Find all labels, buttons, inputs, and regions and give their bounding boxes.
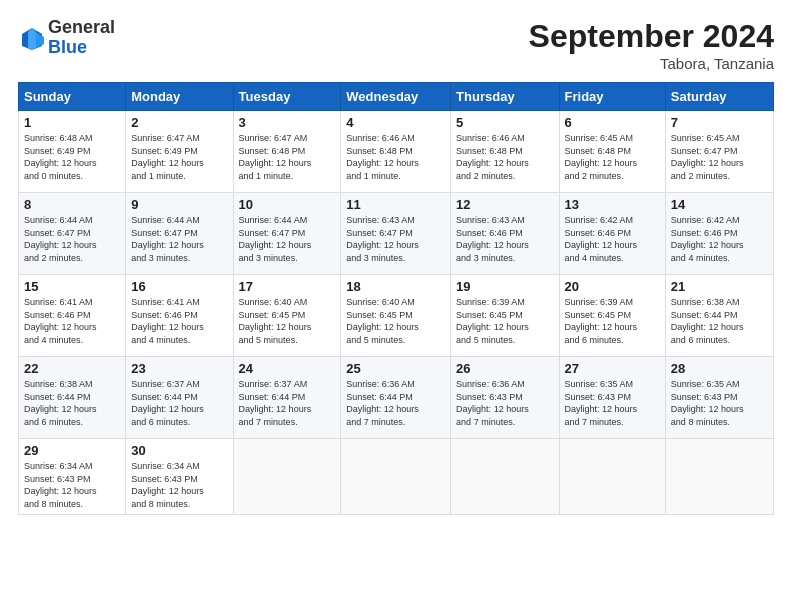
- calendar-week-2: 8Sunrise: 6:44 AMSunset: 6:47 PMDaylight…: [19, 193, 774, 275]
- day-content: Sunrise: 6:34 AMSunset: 6:43 PMDaylight:…: [131, 460, 227, 510]
- day-content: Sunrise: 6:41 AMSunset: 6:46 PMDaylight:…: [24, 296, 120, 346]
- calendar-cell: 10Sunrise: 6:44 AMSunset: 6:47 PMDayligh…: [233, 193, 341, 275]
- calendar-header-saturday: Saturday: [665, 83, 773, 111]
- day-number: 23: [131, 361, 227, 376]
- calendar-header-tuesday: Tuesday: [233, 83, 341, 111]
- calendar-cell: 4Sunrise: 6:46 AMSunset: 6:48 PMDaylight…: [341, 111, 451, 193]
- day-content: Sunrise: 6:45 AMSunset: 6:47 PMDaylight:…: [671, 132, 768, 182]
- day-content: Sunrise: 6:37 AMSunset: 6:44 PMDaylight:…: [239, 378, 336, 428]
- calendar-cell: 19Sunrise: 6:39 AMSunset: 6:45 PMDayligh…: [451, 275, 559, 357]
- calendar-cell: [233, 439, 341, 515]
- day-content: Sunrise: 6:47 AMSunset: 6:48 PMDaylight:…: [239, 132, 336, 182]
- day-number: 29: [24, 443, 120, 458]
- title-section: September 2024 Tabora, Tanzania: [529, 18, 774, 72]
- day-number: 13: [565, 197, 660, 212]
- day-content: Sunrise: 6:38 AMSunset: 6:44 PMDaylight:…: [24, 378, 120, 428]
- calendar-header-sunday: Sunday: [19, 83, 126, 111]
- day-number: 8: [24, 197, 120, 212]
- day-number: 21: [671, 279, 768, 294]
- calendar-cell: 24Sunrise: 6:37 AMSunset: 6:44 PMDayligh…: [233, 357, 341, 439]
- calendar-cell: 1Sunrise: 6:48 AMSunset: 6:49 PMDaylight…: [19, 111, 126, 193]
- day-content: Sunrise: 6:36 AMSunset: 6:43 PMDaylight:…: [456, 378, 553, 428]
- day-content: Sunrise: 6:35 AMSunset: 6:43 PMDaylight:…: [671, 378, 768, 428]
- day-content: Sunrise: 6:37 AMSunset: 6:44 PMDaylight:…: [131, 378, 227, 428]
- calendar-cell: 8Sunrise: 6:44 AMSunset: 6:47 PMDaylight…: [19, 193, 126, 275]
- day-number: 14: [671, 197, 768, 212]
- day-content: Sunrise: 6:45 AMSunset: 6:48 PMDaylight:…: [565, 132, 660, 182]
- day-number: 2: [131, 115, 227, 130]
- day-number: 12: [456, 197, 553, 212]
- logo-icon: [18, 24, 46, 52]
- calendar: SundayMondayTuesdayWednesdayThursdayFrid…: [18, 82, 774, 515]
- calendar-week-1: 1Sunrise: 6:48 AMSunset: 6:49 PMDaylight…: [19, 111, 774, 193]
- day-content: Sunrise: 6:43 AMSunset: 6:46 PMDaylight:…: [456, 214, 553, 264]
- calendar-cell: 7Sunrise: 6:45 AMSunset: 6:47 PMDaylight…: [665, 111, 773, 193]
- calendar-cell: 15Sunrise: 6:41 AMSunset: 6:46 PMDayligh…: [19, 275, 126, 357]
- day-number: 9: [131, 197, 227, 212]
- day-number: 26: [456, 361, 553, 376]
- calendar-cell: 5Sunrise: 6:46 AMSunset: 6:48 PMDaylight…: [451, 111, 559, 193]
- day-content: Sunrise: 6:44 AMSunset: 6:47 PMDaylight:…: [24, 214, 120, 264]
- main-title: September 2024: [529, 18, 774, 55]
- calendar-header-wednesday: Wednesday: [341, 83, 451, 111]
- calendar-cell: 28Sunrise: 6:35 AMSunset: 6:43 PMDayligh…: [665, 357, 773, 439]
- day-content: Sunrise: 6:46 AMSunset: 6:48 PMDaylight:…: [456, 132, 553, 182]
- day-number: 22: [24, 361, 120, 376]
- day-number: 11: [346, 197, 445, 212]
- calendar-cell: 22Sunrise: 6:38 AMSunset: 6:44 PMDayligh…: [19, 357, 126, 439]
- calendar-cell: 17Sunrise: 6:40 AMSunset: 6:45 PMDayligh…: [233, 275, 341, 357]
- calendar-week-5: 29Sunrise: 6:34 AMSunset: 6:43 PMDayligh…: [19, 439, 774, 515]
- day-content: Sunrise: 6:39 AMSunset: 6:45 PMDaylight:…: [565, 296, 660, 346]
- day-number: 18: [346, 279, 445, 294]
- day-number: 10: [239, 197, 336, 212]
- day-number: 1: [24, 115, 120, 130]
- logo-blue: Blue: [48, 38, 115, 58]
- calendar-cell: [559, 439, 665, 515]
- day-content: Sunrise: 6:42 AMSunset: 6:46 PMDaylight:…: [565, 214, 660, 264]
- day-content: Sunrise: 6:34 AMSunset: 6:43 PMDaylight:…: [24, 460, 120, 510]
- calendar-cell: [665, 439, 773, 515]
- day-content: Sunrise: 6:44 AMSunset: 6:47 PMDaylight:…: [131, 214, 227, 264]
- day-content: Sunrise: 6:46 AMSunset: 6:48 PMDaylight:…: [346, 132, 445, 182]
- day-number: 4: [346, 115, 445, 130]
- calendar-cell: 16Sunrise: 6:41 AMSunset: 6:46 PMDayligh…: [126, 275, 233, 357]
- subtitle: Tabora, Tanzania: [529, 55, 774, 72]
- calendar-week-4: 22Sunrise: 6:38 AMSunset: 6:44 PMDayligh…: [19, 357, 774, 439]
- day-number: 15: [24, 279, 120, 294]
- calendar-cell: 12Sunrise: 6:43 AMSunset: 6:46 PMDayligh…: [451, 193, 559, 275]
- day-content: Sunrise: 6:41 AMSunset: 6:46 PMDaylight:…: [131, 296, 227, 346]
- header: General Blue September 2024 Tabora, Tanz…: [18, 18, 774, 72]
- day-number: 25: [346, 361, 445, 376]
- calendar-cell: 20Sunrise: 6:39 AMSunset: 6:45 PMDayligh…: [559, 275, 665, 357]
- calendar-cell: 2Sunrise: 6:47 AMSunset: 6:49 PMDaylight…: [126, 111, 233, 193]
- day-content: Sunrise: 6:38 AMSunset: 6:44 PMDaylight:…: [671, 296, 768, 346]
- calendar-cell: 14Sunrise: 6:42 AMSunset: 6:46 PMDayligh…: [665, 193, 773, 275]
- day-content: Sunrise: 6:43 AMSunset: 6:47 PMDaylight:…: [346, 214, 445, 264]
- day-number: 20: [565, 279, 660, 294]
- calendar-cell: [341, 439, 451, 515]
- page: General Blue September 2024 Tabora, Tanz…: [0, 0, 792, 612]
- day-content: Sunrise: 6:42 AMSunset: 6:46 PMDaylight:…: [671, 214, 768, 264]
- day-number: 5: [456, 115, 553, 130]
- calendar-cell: 6Sunrise: 6:45 AMSunset: 6:48 PMDaylight…: [559, 111, 665, 193]
- day-content: Sunrise: 6:48 AMSunset: 6:49 PMDaylight:…: [24, 132, 120, 182]
- day-number: 30: [131, 443, 227, 458]
- day-number: 7: [671, 115, 768, 130]
- day-number: 19: [456, 279, 553, 294]
- calendar-cell: 23Sunrise: 6:37 AMSunset: 6:44 PMDayligh…: [126, 357, 233, 439]
- day-content: Sunrise: 6:39 AMSunset: 6:45 PMDaylight:…: [456, 296, 553, 346]
- calendar-header-row: SundayMondayTuesdayWednesdayThursdayFrid…: [19, 83, 774, 111]
- logo-text: General Blue: [48, 18, 115, 58]
- logo-general: General: [48, 18, 115, 38]
- day-content: Sunrise: 6:47 AMSunset: 6:49 PMDaylight:…: [131, 132, 227, 182]
- day-content: Sunrise: 6:40 AMSunset: 6:45 PMDaylight:…: [346, 296, 445, 346]
- day-content: Sunrise: 6:35 AMSunset: 6:43 PMDaylight:…: [565, 378, 660, 428]
- calendar-cell: 30Sunrise: 6:34 AMSunset: 6:43 PMDayligh…: [126, 439, 233, 515]
- calendar-cell: 9Sunrise: 6:44 AMSunset: 6:47 PMDaylight…: [126, 193, 233, 275]
- calendar-header-thursday: Thursday: [451, 83, 559, 111]
- day-content: Sunrise: 6:44 AMSunset: 6:47 PMDaylight:…: [239, 214, 336, 264]
- day-number: 6: [565, 115, 660, 130]
- day-number: 3: [239, 115, 336, 130]
- calendar-cell: 26Sunrise: 6:36 AMSunset: 6:43 PMDayligh…: [451, 357, 559, 439]
- calendar-header-friday: Friday: [559, 83, 665, 111]
